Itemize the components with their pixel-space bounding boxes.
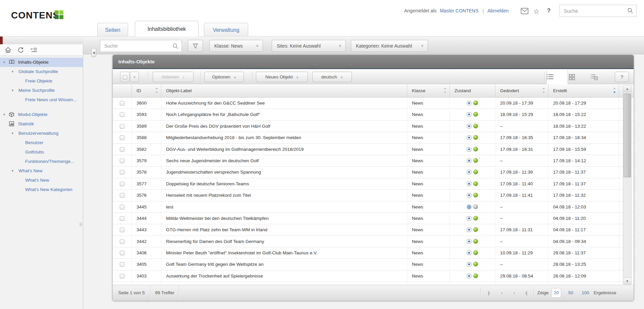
aktionen-dropdown[interactable]: Aktionen∨	[153, 72, 194, 82]
table-row-3406[interactable]: 3406Minister Peter Beuth "eröffnet" Inse…	[113, 247, 634, 259]
table-row-3588[interactable]: 3588Mitgliederbestandserhebung 2018 - bi…	[113, 132, 634, 143]
scroll-down-button[interactable]: ▼	[623, 277, 631, 284]
row-checkbox[interactable]	[120, 135, 124, 140]
table-row-3442[interactable]: 3442Riesenerfolg für Damen des Golf Team…	[113, 236, 634, 247]
row-checkbox[interactable]	[120, 112, 124, 117]
table-row-3443[interactable]: 3443GTG-Herren mit Platz zehn bei Team-W…	[113, 224, 634, 236]
column-header-objekt-label[interactable]: Objekt-Label	[161, 84, 407, 97]
filter-funnel-button[interactable]	[188, 40, 203, 52]
tree-item-modul-objekte[interactable]: ▼Modul-Objekte	[0, 110, 83, 119]
expand-arrow-icon[interactable]: ▼	[3, 110, 6, 119]
table-row-3445[interactable]: 3445testNews–04.09.18 - 12:03	[113, 201, 634, 213]
table-row-3578[interactable]: 3578Jugendmeisterschaften versprechen Sp…	[113, 167, 634, 178]
sort-icons[interactable]: ▲▼	[155, 86, 158, 95]
row-checkbox[interactable]	[120, 182, 124, 186]
page-size-100[interactable]: 100	[580, 288, 591, 298]
kategorien-filter-dropdown[interactable]: Kategorien: Keine Auswahl ∨	[351, 40, 428, 52]
page-size-50[interactable]: 50	[566, 288, 575, 298]
column-header-geaendert[interactable]: Geändert ▲▼	[495, 84, 548, 97]
detail-view-button[interactable]	[591, 70, 612, 84]
row-checkbox[interactable]	[120, 205, 124, 209]
panel-help-button[interactable]: ?	[615, 72, 629, 82]
expand-arrow-icon[interactable]: ▼	[11, 166, 14, 176]
table-row-3576[interactable]: 3576Henseleit mit neuem Platzrekord zum …	[113, 190, 634, 201]
cell-object-label[interactable]: DGV-Aus- und Weiterbildung im Golfmanage…	[161, 144, 407, 155]
sites-filter-dropdown[interactable]: Sites: Keine Auswahl ∨	[272, 40, 346, 52]
previous-page-button[interactable]: ‹	[497, 289, 506, 297]
refresh-icon[interactable]	[17, 47, 24, 53]
tree-item-inhalts-objekte[interactable]: ▼Inhalts-Objekte	[0, 58, 83, 67]
cell-object-label[interactable]: Minister Peter Beuth "eröffnet" Insekten…	[161, 247, 407, 258]
sort-icons-active[interactable]: ▲▼	[613, 86, 616, 95]
column-header-klasse[interactable]: Klasse ▲▼	[407, 84, 450, 97]
tree-item-statistik[interactable]: Statistik	[0, 119, 83, 129]
row-checkbox[interactable]	[120, 262, 124, 267]
home-icon[interactable]	[5, 47, 11, 53]
row-checkbox[interactable]	[120, 228, 124, 232]
tree-item-benutzer[interactable]: Benutzer	[0, 138, 83, 147]
tree-item-what-s-new-kategorien[interactable]: What's New Kategorien	[0, 185, 83, 194]
library-search-input[interactable]	[100, 40, 181, 52]
sidebar-resize-grip[interactable]	[79, 222, 82, 231]
cell-object-label[interactable]: Jugendmeisterschaften versprechen Spannu…	[161, 167, 407, 178]
row-checkbox[interactable]	[120, 159, 124, 163]
tree-item-what-s-new[interactable]: ▼What's New	[0, 166, 83, 176]
optionen-dropdown[interactable]: Optionen∨	[204, 72, 244, 82]
tree-item-what-s-new[interactable]: What's New	[0, 176, 83, 185]
expand-arrow-icon[interactable]: ▼	[11, 86, 14, 95]
column-header-erstellt[interactable]: Erstellt ▲▼	[548, 84, 619, 97]
row-checkbox[interactable]	[120, 101, 124, 106]
selection-menu-button[interactable]: ∨	[130, 72, 139, 82]
table-row-3593[interactable]: 3593Noch Lehrgangsplätze frei für „Balls…	[113, 109, 634, 120]
row-checkbox[interactable]	[120, 147, 124, 152]
row-checkbox[interactable]	[120, 239, 124, 244]
sort-icons[interactable]: ▲▼	[443, 86, 447, 95]
cell-object-label[interactable]: Militär-Weltmeister bei den deutschen Ti…	[161, 213, 407, 224]
tree-item-globale-suchprofile[interactable]: ▼Globale Suchprofile	[0, 67, 83, 76]
neues-objekt-dropdown[interactable]: Neues Objekt∨	[256, 72, 308, 82]
tree-item-golfclubs[interactable]: Golfclubs	[0, 147, 83, 157]
tree-item-freie-news-und-wissen[interactable]: Freie News und Wissen...	[0, 95, 83, 105]
table-row-3577[interactable]: 3577Doppelsieg für deutsche Senioren-Tea…	[113, 178, 634, 190]
first-page-button[interactable]: |‹	[484, 289, 493, 297]
sort-icons[interactable]: ▲▼	[542, 86, 545, 95]
table-row-3444[interactable]: 3444Militär-Weltmeister bei den deutsche…	[113, 213, 634, 224]
tab-inhaltsbibliothek[interactable]: Inhaltsbibliothek	[135, 21, 199, 37]
cell-object-label[interactable]: Riesenerfolg für Damen des Golf Team Ger…	[161, 236, 407, 247]
expand-arrow-icon[interactable]: ▼	[11, 67, 14, 76]
scroll-up-button[interactable]: ▲	[623, 85, 631, 92]
cell-object-label[interactable]: Golf Team Germany tritt gegen die Weltsp…	[161, 259, 407, 270]
table-scrollbar[interactable]: ▲ ▼	[623, 85, 632, 285]
select-all-checkbox-button[interactable]	[120, 72, 129, 82]
cell-object-label[interactable]: Doppelsieg für deutsche Senioren-Teams	[161, 178, 407, 189]
cell-object-label[interactable]: Mitgliederbestandserhebung 2018 - bis zu…	[161, 132, 407, 143]
row-checkbox[interactable]	[120, 274, 124, 279]
table-row-3403[interactable]: 3403Auswirkung der Trockenheit auf Spiel…	[113, 270, 634, 282]
expand-arrow-icon[interactable]: ▼	[3, 58, 6, 67]
tab-seiten[interactable]: Seiten	[97, 23, 128, 37]
row-checkbox[interactable]	[120, 193, 124, 198]
sidebar-collapse-button[interactable]: ◀	[91, 48, 96, 57]
tab-verwaltung[interactable]: Verwaltung	[204, 23, 248, 37]
row-checkbox[interactable]	[120, 216, 124, 221]
last-page-button[interactable]: ›|	[522, 289, 530, 297]
table-row-3582[interactable]: 3582DGV-Aus- und Weiterbildung im Golfma…	[113, 144, 634, 155]
cell-object-label[interactable]: Auswirkung der Trockenheit auf Spielerge…	[161, 270, 407, 282]
tree-item-benutzerverwaltung[interactable]: ▼Benutzerverwaltung	[0, 129, 83, 138]
next-page-button[interactable]: ›	[509, 289, 518, 297]
tree-options-icon[interactable]	[30, 47, 37, 53]
language-dropdown[interactable]: deutsch∨	[312, 72, 352, 82]
table-row-3405[interactable]: 3405Golf Team Germany tritt gegen die We…	[113, 259, 634, 270]
tree-item-funktionen-themenge[interactable]: Funktionen/Themenge...	[0, 157, 83, 166]
table-row-3579[interactable]: 3579Sechs neue Jugendmeister im deutsche…	[113, 155, 634, 167]
klasse-filter-dropdown[interactable]: Klasse: News ∨	[209, 40, 263, 52]
grid-view-button[interactable]	[569, 70, 590, 84]
column-header-zustand[interactable]: Zustand	[450, 84, 495, 97]
cell-object-label[interactable]: Noch Lehrgangsplätze frei für „Ballschul…	[161, 109, 407, 120]
cell-object-label[interactable]: Sechs neue Jugendmeister im deutschen Go…	[161, 155, 407, 166]
tree-item-freie-objekte[interactable]: Freie Objekte	[0, 76, 83, 86]
cell-object-label[interactable]: GTG-Herren mit Platz zehn bei Team-WM in…	[161, 224, 407, 235]
row-checkbox[interactable]	[120, 170, 124, 175]
table-row-3600[interactable]: 3600Hohe Auszeichnung für den G&CC Seddi…	[113, 98, 634, 109]
list-view-button[interactable]	[546, 70, 568, 84]
